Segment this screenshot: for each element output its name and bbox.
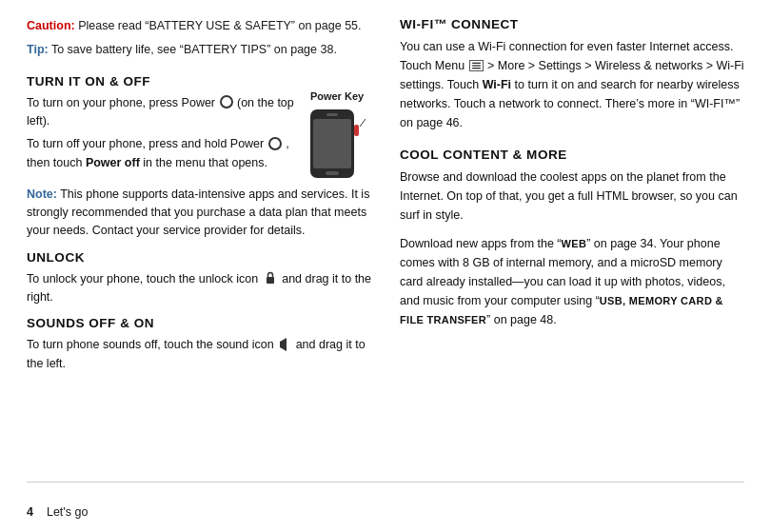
wifi-text: You can use a Wi-Fi connection for even …	[400, 37, 744, 132]
caution-text: Please read “BATTERY USE & SAFETY” on pa…	[75, 19, 362, 32]
turn-on-text: To turn on your phone, press Power (on t…	[27, 94, 295, 173]
unlock-heading: UNLOCK	[27, 250, 371, 265]
cool-para2: Download new apps from the “WEB” on page…	[400, 234, 744, 329]
wifi-bold-label: Wi-Fi	[483, 78, 511, 91]
power-off-label: Power off	[86, 156, 140, 169]
unlock-text: To unlock your phone, touch the unlock i…	[27, 270, 371, 307]
cool-para1: Browse and download the coolest apps on …	[400, 167, 744, 225]
sound-icon	[279, 338, 290, 351]
svg-rect-10	[472, 68, 481, 69]
caution-paragraph: Caution: Please read “BATTERY USE & SAFE…	[27, 17, 371, 35]
svg-rect-6	[267, 277, 274, 284]
footer-divider	[27, 482, 744, 483]
turn-off-text-start: To turn off your phone, press and hold P…	[27, 137, 264, 150]
note-text: This phone supports data-intensive apps …	[27, 187, 369, 238]
cool-heading: COOL CONTENT & MORE	[400, 148, 744, 162]
svg-marker-7	[280, 338, 287, 351]
footer-page-number: 4	[27, 505, 33, 519]
page-container: Caution: Please read “BATTERY USE & SAFE…	[0, 0, 771, 532]
sounds-heading: SOUNDS OFF & ON	[27, 316, 371, 330]
turn-off-text-end: in the menu that opens.	[143, 156, 267, 169]
web-label: WEB	[562, 238, 587, 249]
left-column: Caution: Please read “BATTERY USE & SAFE…	[27, 17, 371, 472]
power-key-container: Power Key	[303, 90, 371, 180]
svg-line-5	[360, 119, 366, 127]
svg-rect-9	[472, 65, 481, 66]
wifi-heading: WI-FI™ CONNECT	[400, 17, 744, 31]
cool-content-section: COOL CONTENT & MORE Browse and download …	[400, 148, 744, 329]
right-column: WI-FI™ CONNECT You can use a Wi-Fi conne…	[400, 17, 744, 472]
sounds-text: To turn phone sounds off, touch the soun…	[27, 336, 371, 373]
unlock-text-before: To unlock your phone, touch the unlock i…	[27, 272, 258, 286]
content-area: Caution: Please read “BATTERY USE & SAFE…	[27, 17, 744, 472]
power-button-icon	[220, 95, 233, 108]
tip-label: Tip:	[27, 43, 49, 56]
power-hold-icon	[268, 137, 282, 150]
note-label: Note:	[27, 187, 57, 201]
turn-on-section: To turn on your phone, press Power (on t…	[27, 94, 371, 180]
tip-text: To save battery life, see “BATTERY TIPS”…	[49, 43, 337, 56]
note-paragraph: Note: This phone supports data-intensive…	[27, 186, 371, 241]
phone-image	[303, 106, 371, 180]
caution-label: Caution:	[27, 19, 75, 32]
turn-on-para1: To turn on your phone, press Power (on t…	[27, 94, 295, 131]
svg-rect-8	[472, 62, 481, 63]
tip-paragraph: Tip: To save battery life, see “BATTERY …	[27, 41, 371, 59]
caution-tip-block: Caution: Please read “BATTERY USE & SAFE…	[27, 17, 371, 59]
svg-rect-2	[326, 113, 338, 116]
lock-icon	[264, 270, 277, 286]
turn-off-para: To turn off your phone, press and hold P…	[27, 135, 295, 172]
footer-text: Let's go	[47, 505, 88, 519]
phone-svg	[303, 106, 371, 182]
menu-icon	[469, 60, 484, 71]
svg-rect-3	[326, 171, 339, 175]
svg-rect-1	[313, 119, 351, 168]
sounds-text-before: To turn phone sounds off, touch the soun…	[27, 338, 274, 351]
turn-on-off-heading: TURN IT ON & OFF	[27, 74, 371, 89]
unlock-section: UNLOCK To unlock your phone, touch the u…	[27, 250, 371, 307]
footer: 4 Let's go	[27, 500, 744, 519]
sounds-section: SOUNDS OFF & ON To turn phone sounds off…	[27, 316, 371, 373]
wifi-section: WI-FI™ CONNECT You can use a Wi-Fi conne…	[400, 17, 744, 132]
cool-para2-end: ” on page 48.	[486, 313, 557, 326]
power-key-label: Power Key	[310, 90, 364, 102]
cool-para2-start: Download new apps from the “	[400, 237, 562, 250]
turn-on-text-before: To turn on your phone, press Power	[27, 96, 215, 109]
svg-rect-4	[354, 125, 359, 136]
